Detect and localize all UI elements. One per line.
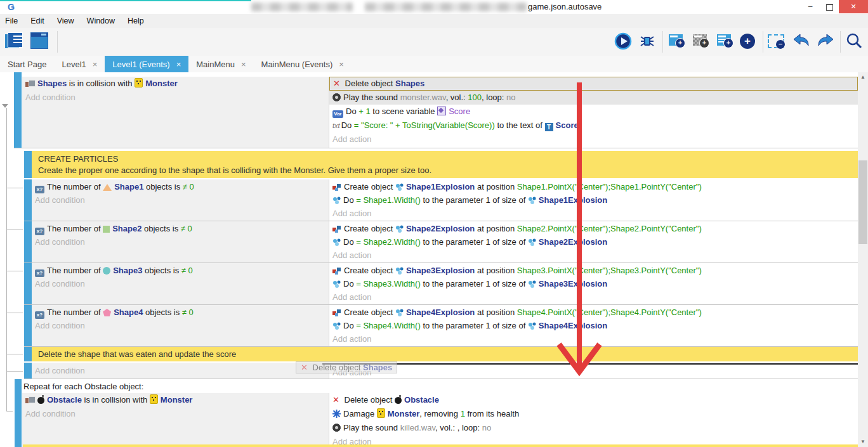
add-condition-link[interactable]: Add condition <box>32 363 329 379</box>
condition-count-shape2[interactable]: x?The number of Shape2 objects is ≠ 0 <box>32 222 329 235</box>
tab-close-icon[interactable]: × <box>93 60 98 69</box>
add-event-button[interactable]: + <box>669 32 688 51</box>
menu-edit[interactable]: Edit <box>24 16 51 25</box>
undo-button[interactable] <box>792 32 811 51</box>
scrollbar-thumb[interactable] <box>858 160 867 244</box>
menu-file[interactable]: File <box>0 16 24 25</box>
delete-x-icon: ✕ <box>333 77 340 90</box>
close-button[interactable]: ✕ <box>839 0 868 13</box>
tab-close-icon[interactable]: × <box>339 60 344 69</box>
action-set-size-shape4explosion[interactable]: Do = Shape4.Width() to the parameter 1 o… <box>329 319 858 332</box>
debugger-button[interactable] <box>638 32 657 51</box>
collapse-arrow-icon[interactable] <box>2 104 8 108</box>
search-button[interactable] <box>845 32 864 51</box>
action-create-shape2explosion[interactable]: Create object Shape2Explosion at positio… <box>329 222 858 235</box>
add-condition-link[interactable]: Add condition <box>22 91 329 105</box>
action-damage-monster[interactable]: Damage Monster, removing 1 from its heal… <box>329 407 858 421</box>
remove-selection-button[interactable]: – <box>768 32 787 51</box>
minimize-button[interactable]: – <box>801 0 820 13</box>
action-set-size-shape1explosion[interactable]: Do = Shape1.Width() to the parameter 1 o… <box>329 193 858 207</box>
action-delete-shapes[interactable]: ✕ Delete object Shapes <box>329 77 858 91</box>
condition-count-shape1[interactable]: x?The number of Shape1 objects is ≠ 0 <box>32 180 329 193</box>
add-action-link[interactable]: Add action <box>329 290 858 304</box>
particle-object-icon <box>332 238 341 246</box>
tab-close-icon[interactable]: × <box>176 60 181 69</box>
add-action-link[interactable]: Add action <box>329 133 858 146</box>
add-other-event-button[interactable]: + <box>740 32 759 51</box>
action-set-size-shape2explosion[interactable]: Do = Shape2.Width() to the parameter 1 o… <box>329 235 858 249</box>
add-action-link[interactable]: Add action <box>329 249 858 262</box>
action-play-sound-killed[interactable]: Play the sound killed.wav, vol.: , loop:… <box>329 421 858 435</box>
add-condition-link[interactable]: Add condition <box>32 235 329 249</box>
project-manager-button[interactable] <box>5 32 24 51</box>
subevent-shape3[interactable]: x?The number of Shape3 objects is ≠ 0 Ad… <box>24 263 858 305</box>
monster-object-icon <box>150 394 158 404</box>
vertical-scrollbar[interactable]: ▲ ▼ <box>858 72 868 447</box>
subevent-drop-target[interactable]: Add condition Add action <box>24 363 858 379</box>
condition-count-shape3[interactable]: x?The number of Shape3 objects is ≠ 0 <box>32 264 329 277</box>
conditions-column: Obstacle is in collision with Monster Ad… <box>22 393 329 447</box>
tab-mainmenu-events[interactable]: MainMenu (Events)× <box>254 56 352 72</box>
action-play-sound-monster[interactable]: Play the sound monster.wav, vol.: 100, l… <box>329 91 858 105</box>
tab-start-page[interactable]: Start Page <box>0 56 54 72</box>
condition-collision-obstacle-monster[interactable]: Obstacle is in collision with Monster <box>22 393 329 407</box>
event-handle-bar[interactable] <box>24 179 32 221</box>
add-comment-button[interactable]: + <box>717 32 736 51</box>
preview-button[interactable] <box>614 32 633 51</box>
scroll-up-button[interactable]: ▲ <box>858 72 868 82</box>
add-action-link[interactable]: Add action <box>329 365 858 379</box>
window-title: game.json.autosave <box>528 2 602 11</box>
event-handle-bar[interactable] <box>24 347 32 361</box>
event-handle-bar[interactable] <box>15 379 22 447</box>
menu-help[interactable]: Help <box>121 16 150 25</box>
action-delete-obstacle[interactable]: ✕ Delete object Obstacle <box>329 393 858 407</box>
comment-create-particles[interactable]: CREATE PARTICLES Create the proper one a… <box>24 151 858 178</box>
redo-button[interactable] <box>816 32 835 51</box>
action-create-shape4explosion[interactable]: Create object Shape4Explosion at positio… <box>329 306 858 319</box>
event-repeat-obstacle[interactable]: Repeat for each Obstacle object: Obstacl… <box>14 379 858 447</box>
add-condition-link[interactable]: Add condition <box>32 193 329 207</box>
menu-view[interactable]: View <box>51 16 81 25</box>
event-handle-bar[interactable] <box>24 305 32 346</box>
tab-level1[interactable]: Level1× <box>54 56 105 72</box>
action-create-shape3explosion[interactable]: Create object Shape3Explosion at positio… <box>329 264 858 277</box>
actions-column: Add action <box>329 363 858 379</box>
tab-close-icon[interactable]: × <box>241 60 246 69</box>
tree-line <box>6 371 23 372</box>
event-handle-bar[interactable] <box>24 263 32 304</box>
event-handle-bar[interactable] <box>24 151 32 178</box>
circle-shape-icon <box>103 267 110 275</box>
text-object-icon: T <box>545 123 553 131</box>
event-handle-bar[interactable] <box>24 221 32 262</box>
scene-editor-button[interactable] <box>30 32 49 51</box>
tab-level1-events[interactable]: Level1 (Events)× <box>105 56 188 72</box>
tab-mainmenu[interactable]: MainMenu× <box>188 56 253 72</box>
scene-variable-icon <box>437 107 446 115</box>
comment-body: Create the proper one according to the s… <box>38 165 852 176</box>
subevent-shape4[interactable]: x?The number of Shape4 objects is ≠ 0 Ad… <box>24 305 858 347</box>
event-repeat-obstacle-header[interactable]: Repeat for each Obstacle object: <box>23 380 143 393</box>
add-action-link[interactable]: Add action <box>329 332 858 346</box>
add-action-link[interactable]: Add action <box>329 207 858 220</box>
event-handle-bar[interactable] <box>24 363 32 379</box>
menu-window[interactable]: Window <box>81 16 121 25</box>
condition-collision-shapes-monster[interactable]: Shapes is in collision with Monster <box>22 77 329 91</box>
event-repeat-shapes[interactable]: Shapes is in collision with Monster Add … <box>14 72 858 148</box>
add-condition-link[interactable]: Add condition <box>32 319 329 332</box>
action-add-score-variable[interactable]: VarDo + 1 to scene variable Score <box>329 105 858 119</box>
add-condition-link[interactable]: Add condition <box>32 277 329 290</box>
subevent-shape1[interactable]: x?The number of Shape1 objects is ≠ 0 Ad… <box>24 179 858 221</box>
particle-object-icon <box>528 321 536 330</box>
event-handle-bar[interactable] <box>14 72 22 148</box>
comment-delete-shape[interactable]: Delete the shape that was eaten and upda… <box>24 347 858 361</box>
add-condition-link[interactable]: Add condition <box>22 407 329 421</box>
action-set-score-text[interactable]: txtDo = "Score: " + ToString(Variable(Sc… <box>329 119 858 133</box>
bomb-object-icon <box>395 397 402 404</box>
condition-count-shape4[interactable]: x?The number of Shape4 objects is ≠ 0 <box>32 306 329 319</box>
scroll-down-button[interactable]: ▼ <box>858 437 868 447</box>
action-set-size-shape3explosion[interactable]: Do = Shape3.Width() to the parameter 1 o… <box>329 277 858 290</box>
add-subevent-button[interactable]: + <box>693 32 712 51</box>
action-create-shape1explosion[interactable]: Create object Shape1Explosion at positio… <box>329 180 858 193</box>
maximize-button[interactable] <box>820 0 839 13</box>
subevent-shape2[interactable]: x?The number of Shape2 objects is ≠ 0 Ad… <box>24 221 858 263</box>
